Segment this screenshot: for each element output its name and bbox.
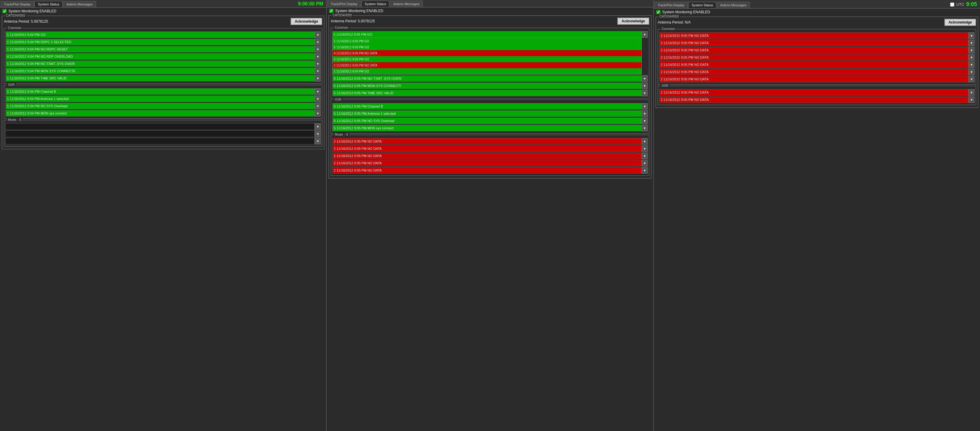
common2-select-2[interactable]: 5 11/16/2012 9:05 PM TIME SRC VALID xyxy=(332,90,641,96)
ssr-arrow-1[interactable]: ▼ xyxy=(315,95,321,102)
common-select-6[interactable]: 1 11/16/2012 9:04 PM TIME SRC VALID xyxy=(5,75,315,81)
ssr2-select-3[interactable]: 5 11/16/2012 9:05 PM MON sys connect xyxy=(332,125,641,131)
ssr-arrow-3[interactable]: ▼ xyxy=(315,110,321,116)
mode-s2-select-1[interactable]: 2 11/16/2012 9:05 PM NO DATA xyxy=(332,145,641,152)
ssr2-select-0[interactable]: 5 11/16/2012 9:05 PM Channel B xyxy=(332,103,641,110)
ssr3-arrow-0[interactable]: ▼ xyxy=(969,89,975,96)
common-select-3[interactable]: 4 11/16/2012 9:04 PM NO RDP OVERLOAD xyxy=(5,53,315,60)
common3-arrow-6[interactable]: ▼ xyxy=(969,76,975,83)
ssr2-select-2[interactable]: 5 11/16/2012 9:05 PM NO SYS Overload xyxy=(332,118,641,124)
mode-s2-item-4: 2 11/16/2012 9:05 PM NO DATA ▼ xyxy=(332,167,648,174)
ssr-arrow-2[interactable]: ▼ xyxy=(315,103,321,109)
common-arrow-0[interactable]: ▼ xyxy=(315,32,321,38)
ssr3-arrow-1[interactable]: ▼ xyxy=(969,96,975,103)
common-select-2[interactable]: 1 11/16/2012 9:04 PM NO RDPC RESET xyxy=(5,46,315,52)
common2-select-1[interactable]: 5 11/16/2012 9:05 PM MON SYS CONNECTI xyxy=(332,83,641,89)
common-arrow-5[interactable]: ▼ xyxy=(315,68,321,74)
common2-arrow-0[interactable]: ▼ xyxy=(642,75,648,82)
common-open-arrow[interactable]: ▼ xyxy=(642,31,648,38)
ssr2-arrow-0[interactable]: ▼ xyxy=(642,103,648,110)
tab-track-plot-3[interactable]: Track/Plot Display xyxy=(654,2,688,8)
ssr2-arrow-1[interactable]: ▼ xyxy=(642,110,648,117)
common3-select-4[interactable]: 2 11/16/2012 9:05 PM NO DATA xyxy=(659,61,969,68)
common-arrow-4[interactable]: ▼ xyxy=(315,60,321,67)
ssr2-select-1[interactable]: 5 11/16/2012 9:05 PM Antenna 1 selected xyxy=(332,110,641,117)
dropdown-item-4[interactable]: 2 11/16/2012 9:05 PM NO DATA xyxy=(332,62,641,68)
mode-s-select-1[interactable] xyxy=(5,130,315,137)
tab-system-status-1[interactable]: System Status xyxy=(34,1,62,7)
ssr-select-0[interactable]: 1 11/16/2012 9:04 PM Channel B xyxy=(5,88,315,95)
common-open-value[interactable]: 5 11/16/2012 9:05 PM GO xyxy=(332,31,641,38)
mode-s-select-0[interactable] xyxy=(5,123,315,130)
common3-select-1[interactable]: 2 11/16/2012 9:05 PM NO DATA xyxy=(659,40,969,46)
ssr2-arrow-3[interactable]: ▼ xyxy=(642,125,648,131)
ssr-select-1[interactable]: 1 11/16/2012 9:04 PM Antenna 1 selected xyxy=(5,95,315,102)
common-arrow-6[interactable]: ▼ xyxy=(315,75,321,81)
dropdown-item-1[interactable]: 5 11/16/2012 9:05 PM GO xyxy=(332,44,641,50)
monitoring-checkbox-3[interactable] xyxy=(656,10,660,14)
common-section-1: Common 1 11/16/2012 9:04 PM GO ▼ 1 11/16… xyxy=(4,28,322,84)
common3-select-0[interactable]: 2 11/16/2012 9:05 PM NO DATA xyxy=(659,32,969,39)
mode-s-arrow-1[interactable]: ▼ xyxy=(315,130,321,137)
common2-arrow-1[interactable]: ▼ xyxy=(642,83,648,89)
common3-arrow-4[interactable]: ▼ xyxy=(969,61,975,68)
common3-arrow-0[interactable]: ▼ xyxy=(969,32,975,39)
monitoring-checkbox-2[interactable] xyxy=(329,9,333,13)
tab-system-status-3[interactable]: System Status xyxy=(688,2,716,8)
common-section-2: Common 5 11/16/2012 9:05 PM GO ▼ 5 11/16… xyxy=(331,28,649,99)
common-select-0[interactable]: 1 11/16/2012 9:04 PM GO xyxy=(5,32,315,38)
mode-s2-arrow-3[interactable]: ▼ xyxy=(642,160,648,166)
tab-asterix-1[interactable]: Asterix Messages xyxy=(63,1,96,7)
mode-s2-select-4[interactable]: 2 11/16/2012 9:05 PM NO DATA xyxy=(332,167,641,174)
mode-s2-select-3[interactable]: 2 11/16/2012 9:05 PM NO DATA xyxy=(332,160,641,166)
mode-s-select-2[interactable] xyxy=(5,138,315,145)
dropdown-item-5[interactable]: 1 11/16/2012 9:04 PM GO xyxy=(332,68,641,74)
acknowledge-btn-2[interactable]: Acknowledge xyxy=(617,17,649,25)
tab-system-status-2[interactable]: System Status xyxy=(361,1,390,7)
mode-s2-arrow-4[interactable]: ▼ xyxy=(642,167,648,174)
tab-asterix-3[interactable]: Asterix Messages xyxy=(717,2,750,8)
dropdown-item-0[interactable]: 5 11/16/2012 9:05 PM GO xyxy=(332,38,641,44)
common3-arrow-3[interactable]: ▼ xyxy=(969,54,975,61)
ssr-section-2: SSR 5 11/16/2012 9:05 PM Channel B ▼ 5 1… xyxy=(331,100,649,134)
mode-s2-select-0[interactable]: 2 11/16/2012 9:05 PM NO DATA xyxy=(332,138,641,145)
mode-s-arrow-0[interactable]: ▼ xyxy=(315,123,321,130)
common2-select-0[interactable]: 5 11/16/2012 9:05 PM NO TXMT. SYS OVERI xyxy=(332,75,641,82)
common-select-4[interactable]: 1 11/16/2012 9:04 PM NO TXMT. SYS OVERI xyxy=(5,60,315,67)
ssr-label-2: SSR xyxy=(333,97,343,101)
common3-arrow-2[interactable]: ▼ xyxy=(969,47,975,54)
tab-track-plot-2[interactable]: Track/Plot Display xyxy=(328,1,361,7)
common3-arrow-5[interactable]: ▼ xyxy=(969,68,975,75)
dropdown-item-3[interactable]: 3 11/16/2012 9:05 PM GO xyxy=(332,56,641,62)
ssr3-select-0[interactable]: 2 11/16/2012 9:05 PM NO DATA xyxy=(659,89,969,96)
common3-arrow-1[interactable]: ▼ xyxy=(969,40,975,46)
ssr3-select-1[interactable]: 2 11/16/2012 9:05 PM NO DATA xyxy=(659,96,969,103)
common-select-5[interactable]: 1 11/16/2012 9:04 PM MON SYS CONNECTE xyxy=(5,68,315,74)
common2-arrow-2[interactable]: ▼ xyxy=(642,90,648,96)
common-select-1[interactable]: 1 11/16/2012 9:04 PM RDPC 2 SELECTED xyxy=(5,39,315,45)
ssr-select-3[interactable]: 1 11/16/2012 9:04 PM MON sys connect xyxy=(5,110,315,116)
mode-s-arrow-2[interactable]: ▼ xyxy=(315,138,321,145)
mode-s-item-1: ▼ xyxy=(5,130,321,137)
ssr2-arrow-2[interactable]: ▼ xyxy=(642,118,648,124)
mode-s2-arrow-1[interactable]: ▼ xyxy=(642,145,648,152)
mode-s2-arrow-0[interactable]: ▼ xyxy=(642,138,648,145)
ssr-select-2[interactable]: 1 11/16/2012 9:04 PM NO SYS Overload xyxy=(5,103,315,109)
ssr-arrow-0[interactable]: ▼ xyxy=(315,88,321,95)
tab-asterix-2[interactable]: Asterix Messages xyxy=(390,1,423,7)
mode-s2-select-2[interactable]: 2 11/16/2012 9:05 PM NO DATA xyxy=(332,153,641,159)
dropdown-item-2[interactable]: 4 11/16/2012 9:05 PM NO DATA xyxy=(332,50,641,56)
acknowledge-btn-1[interactable]: Acknowledge xyxy=(291,18,322,25)
utc-checkbox[interactable] xyxy=(950,2,955,6)
mode-s2-arrow-2[interactable]: ▼ xyxy=(642,153,648,159)
common-arrow-1[interactable]: ▼ xyxy=(315,39,321,45)
common-arrow-2[interactable]: ▼ xyxy=(315,46,321,52)
tab-track-plot-1[interactable]: Track/Plot Display xyxy=(1,1,34,7)
common-arrow-3[interactable]: ▼ xyxy=(315,53,321,60)
common3-select-5[interactable]: 2 11/16/2012 9:05 PM NO DATA xyxy=(659,68,969,75)
common3-select-6[interactable]: 2 11/16/2012 9:05 PM NO DATA xyxy=(659,76,969,83)
acknowledge-btn-3[interactable]: Acknowledge xyxy=(944,19,976,26)
common3-select-3[interactable]: 2 11/16/2012 9:05 PM NO DATA xyxy=(659,54,969,61)
common3-select-2[interactable]: 2 11/16/2012 9:05 PM NO DATA xyxy=(659,47,969,54)
monitoring-checkbox-1[interactable] xyxy=(2,9,6,13)
